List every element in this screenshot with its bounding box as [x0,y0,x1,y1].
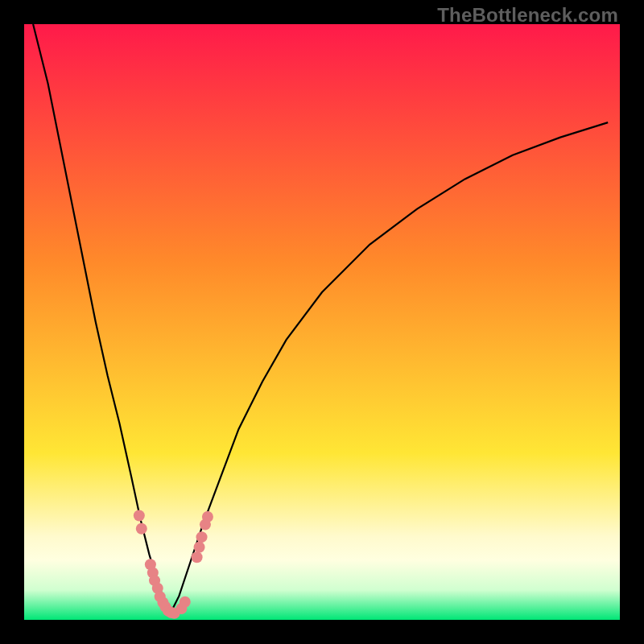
data-marker [180,597,191,608]
left-branch-curve [33,24,170,614]
data-marker [134,510,145,522]
data-marker [196,531,208,543]
data-markers [134,510,213,619]
chart-frame [24,24,620,620]
chart-plot-area [24,24,620,620]
data-marker [194,542,205,553]
data-marker [192,551,203,563]
right-branch-curve [170,122,608,614]
data-marker [136,523,147,535]
watermark-text: TheBottleneck.com [437,4,618,27]
data-marker [202,511,213,522]
